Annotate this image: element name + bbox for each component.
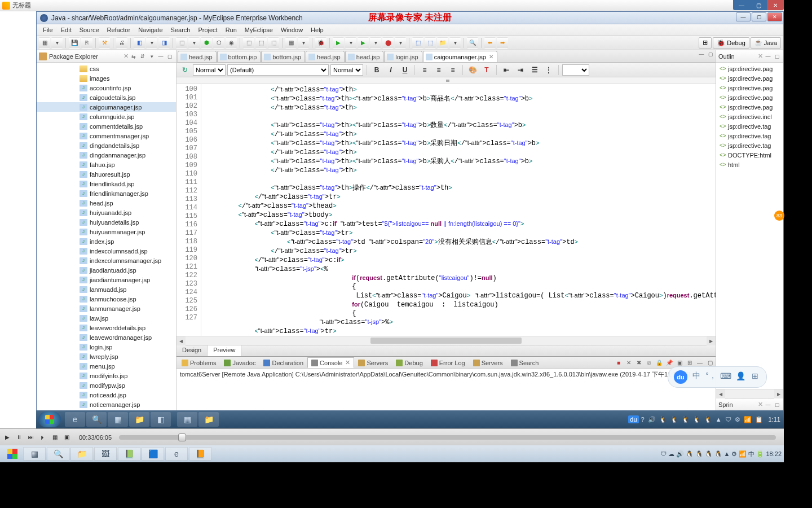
extra-select[interactable] xyxy=(562,64,589,76)
nav-4[interactable]: ▾ xyxy=(449,37,461,49)
console-pin-icon[interactable]: 📌 xyxy=(665,358,674,367)
sys-task-5[interactable]: 📗 xyxy=(118,447,140,461)
align-center-button[interactable]: ≡ xyxy=(433,64,445,76)
open-perspective[interactable]: ⊞ xyxy=(699,37,712,49)
tree-item[interactable]: friendlinkadd.jsp xyxy=(37,179,176,189)
outline-tab[interactable]: Outlin ✕ —▢ xyxy=(716,50,783,63)
tool-3[interactable]: ◨ xyxy=(158,37,170,49)
editor-maximize-icon[interactable]: ▢ xyxy=(707,51,714,59)
menu-project[interactable]: Project xyxy=(194,25,221,34)
build-button[interactable]: ⚒ xyxy=(99,37,110,49)
max-icon[interactable]: ▢ xyxy=(773,52,781,60)
outline-item[interactable]: <>jsp:directive.pag xyxy=(717,93,782,102)
tree-item[interactable]: huiyuanadd.jsp xyxy=(37,208,176,217)
sys-tray[interactable]: 🛡☁🔊🐧🐧🐧🐧 ▲⚙📶中🔋 18:22 xyxy=(660,450,782,458)
outline-item[interactable]: <>jsp:directive.incl xyxy=(717,112,782,121)
bold-button[interactable]: B xyxy=(370,64,383,76)
save-button[interactable]: 💾 xyxy=(69,37,80,49)
outline-hscroll[interactable]: ◀▶ xyxy=(716,389,783,398)
menu-icon[interactable]: ▾ xyxy=(148,52,156,60)
sys-task-2[interactable]: 🔍 xyxy=(47,447,69,461)
tree-item[interactable]: caigoumanager.jsp xyxy=(37,102,176,112)
progress-thumb[interactable] xyxy=(178,433,186,441)
tree-item[interactable]: fahuoresult.jsp xyxy=(37,169,176,179)
tool-8[interactable]: ◉ xyxy=(226,37,237,49)
tool-12[interactable]: ▦ xyxy=(285,37,297,49)
editor-tab[interactable]: bottom.jsp xyxy=(217,51,261,62)
close-icon[interactable]: ✕ xyxy=(345,359,350,366)
menu-window[interactable]: Window xyxy=(277,25,307,34)
tree-item[interactable]: leavewordmanager.jsp xyxy=(37,332,176,342)
tree-item[interactable]: lwreply.jsp xyxy=(37,352,176,361)
list-ul-button[interactable]: ☰ xyxy=(528,64,541,76)
underline-button[interactable]: U xyxy=(399,64,411,76)
tree-item[interactable]: lanmuchoose.jsp xyxy=(37,294,176,304)
task-app2[interactable]: ◧ xyxy=(151,412,171,427)
sprin-tab[interactable]: Sprin ✕ —▢ xyxy=(716,398,783,411)
bottom-tab-console[interactable]: Console✕ xyxy=(307,357,354,368)
tool-2[interactable]: ▾ xyxy=(146,37,157,49)
outline-item[interactable]: <>DOCTYPE:html xyxy=(717,150,782,160)
outline-item[interactable]: <>jsp:directive.tag xyxy=(717,121,782,131)
console-remove-icon[interactable]: ✕ xyxy=(624,358,633,367)
debug-icon[interactable]: 🐞 xyxy=(315,37,326,49)
print-button[interactable]: 🖨 xyxy=(116,37,127,49)
tool-5[interactable]: ▾ xyxy=(188,37,200,49)
mode2-button[interactable]: ▣ xyxy=(61,432,72,443)
min-icon[interactable]: — xyxy=(764,52,772,60)
outer-maximize[interactable]: ▢ xyxy=(750,0,767,10)
console-removeall-icon[interactable]: ✖ xyxy=(634,358,643,367)
minimize-icon[interactable]: — xyxy=(157,52,165,60)
editor-tab[interactable]: bottom.jsp xyxy=(261,51,305,62)
tree-item[interactable]: dingdandetails.jsp xyxy=(37,141,176,150)
tree-item[interactable]: jiaodiantumanager.jsp xyxy=(37,275,176,284)
tool-9[interactable]: ⬚ xyxy=(243,37,254,49)
editor-tab[interactable]: head.jsp xyxy=(345,51,384,62)
menu-source[interactable]: Source xyxy=(76,25,103,34)
package-explorer-tab[interactable]: Package Explorer ✕ ⇆ ⇵ ▾ — ▢ xyxy=(37,50,176,63)
run-ext-button[interactable]: ▶ xyxy=(358,37,369,49)
tree-item[interactable]: jiaodiantuadd.jsp xyxy=(37,265,176,275)
bottom-tab-error-log[interactable]: Error Log xyxy=(427,358,469,368)
italic-button[interactable]: I xyxy=(385,64,397,76)
bottom-tab-servers[interactable]: Servers xyxy=(354,358,392,368)
tree-item[interactable]: noticeadd.jsp xyxy=(37,390,176,400)
ide-maximize[interactable]: ▢ xyxy=(752,12,766,21)
text-color-button[interactable]: T xyxy=(480,64,493,76)
run-button[interactable]: ▶ xyxy=(333,37,344,49)
file-tree[interactable]: cssimagesaccountinfo.jspcaigoudetails.js… xyxy=(37,63,176,432)
sys-task-8[interactable]: 📙 xyxy=(189,447,211,461)
tree-item[interactable]: leaveworddetails.jsp xyxy=(37,323,176,332)
tool-1[interactable]: ◧ xyxy=(134,37,145,49)
outline-item[interactable]: <>jsp:directive.pag xyxy=(717,83,782,93)
tree-item[interactable]: images xyxy=(37,73,176,83)
code-editor[interactable]: 100 101 102 103 104 105 106 107 108 109 … xyxy=(176,84,716,336)
close-icon[interactable]: ✕ xyxy=(757,52,764,60)
tree-item[interactable]: commentmanager.jsp xyxy=(37,131,176,141)
outline-item[interactable]: <>jsp:directive.tag xyxy=(717,131,782,141)
style-select-1[interactable]: Normal xyxy=(193,64,226,76)
design-tab[interactable]: Design xyxy=(176,345,208,356)
bottom-tab-declaration[interactable]: Declaration xyxy=(259,358,307,368)
ime-cn-icon[interactable]: 中 xyxy=(691,370,702,382)
ime-punct-icon[interactable]: °， xyxy=(705,370,717,382)
next-button[interactable]: ⏭ xyxy=(26,432,36,443)
tree-item[interactable]: fahuo.jsp xyxy=(37,160,176,169)
tree-item[interactable]: index.jsp xyxy=(37,237,176,246)
nav-1[interactable]: ⬚ xyxy=(412,37,423,49)
nav-3[interactable]: 📁 xyxy=(437,37,448,49)
outer-close[interactable]: ✕ xyxy=(767,0,784,10)
save-all-button[interactable]: ⎘ xyxy=(81,37,92,49)
list-ol-button[interactable]: ⋮ xyxy=(542,64,555,76)
editor-tab[interactable]: head.jsp xyxy=(178,51,217,62)
menu-search[interactable]: Search xyxy=(167,25,195,34)
editor-hscroll[interactable]: ◀ ▶ xyxy=(176,336,716,345)
step-button[interactable]: ⏵ xyxy=(38,432,48,443)
tree-item[interactable]: huiyuanmanager.jsp xyxy=(37,227,176,237)
forward-button[interactable]: ➡ xyxy=(497,37,508,49)
tree-item[interactable]: columnguide.jsp xyxy=(37,112,176,121)
editor-tab[interactable]: head.jsp xyxy=(306,51,345,62)
bottom-tab-javadoc[interactable]: Javadoc xyxy=(220,358,259,368)
min-icon[interactable]: — xyxy=(764,401,772,409)
tool-6[interactable]: ⬢ xyxy=(201,37,212,49)
